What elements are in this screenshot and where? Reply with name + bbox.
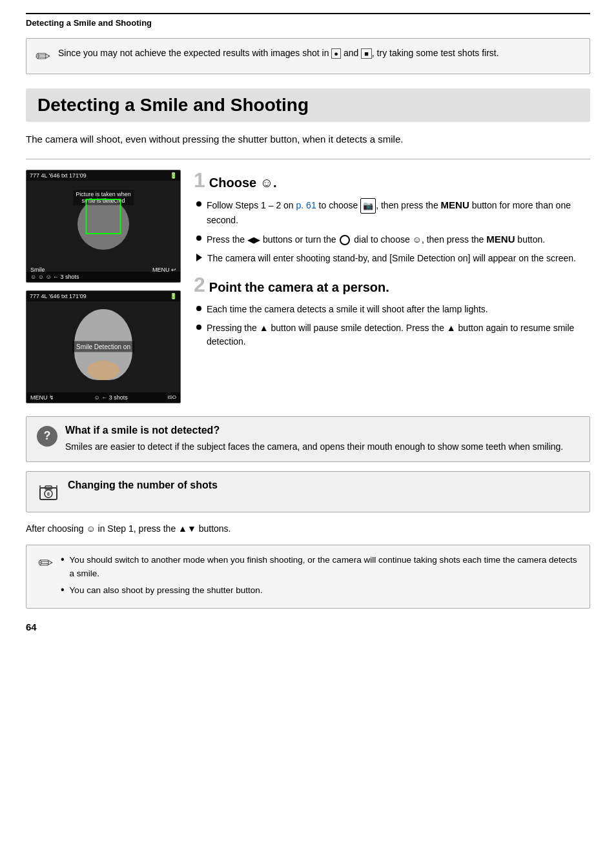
step-2-bullet-1-text: Each time the camera detects a smile it … [207, 303, 488, 316]
screen-battery-2: 🔋 [170, 293, 177, 299]
after-text: After choosing ☺ in Step 1, press the ▲▼… [26, 521, 590, 536]
images-column: 777 4L '646 txt 171'09 🔋 Picture is take… [26, 170, 181, 403]
screen-bottom-right-2: ☺ ← 3 shots [94, 394, 128, 401]
step-1-bullet-2-text: Press the ◀▶ buttons or turn the dial to… [207, 232, 545, 247]
step-1-bullet-3: The camera will enter shooting stand-by,… [196, 252, 590, 265]
camera-screen-2: 777 4L '646 txt 171'09 🔋 Smile Detection… [26, 290, 181, 403]
screen-bottom-left-2: MENU ↯ [30, 394, 54, 401]
screen-content-1: Picture is taken whensmile is detected [26, 185, 180, 264]
page-title-text: Detecting a Smile and Shooting [37, 95, 309, 115]
info-box-title: What if a smile is not detected? [65, 425, 563, 436]
note-text-top: Since you may not achieve the expected r… [58, 46, 499, 60]
intro-text: The camera will shoot, even without pres… [26, 132, 590, 147]
step-1-bullet-1-text: Follow Steps 1 – 2 on p. 61 to choose 📷,… [207, 198, 590, 227]
note-bullet-1-text: You should switch to another mode when y… [70, 553, 578, 581]
bullet-circle-icon-2 [196, 236, 201, 241]
screen-top-bar-1: 777 4L '646 txt 171'09 🔋 [26, 170, 180, 181]
screen-bottom-bar-2: MENU ↯ ☺ ← 3 shots ISO [26, 392, 180, 403]
step-2-number: 2 [194, 274, 205, 295]
bullet-circle-icon-4 [196, 325, 201, 330]
step-2-bullet-2-text: Pressing the ▲ button will pause smile d… [207, 321, 590, 348]
step-2-header: 2 Point the camera at a person. [194, 274, 590, 295]
step-1-number: 1 [194, 170, 205, 190]
step-1-title: Choose ☺. [209, 176, 277, 190]
shots-svg-icon: 8 [37, 481, 59, 503]
step-2-bullet-2: Pressing the ▲ button will pause smile d… [196, 321, 590, 348]
screen-bottom-bar-1: ☺ ☺ ☺ ← 3 shots [26, 272, 180, 282]
note-bullets: • You should switch to another mode when… [61, 553, 578, 600]
changing-box: 8 Changing the number of shots [26, 471, 590, 512]
steps-column: 1 Choose ☺. Follow Steps 1 – 2 on p. 61 … [194, 170, 590, 403]
screen-top-info-2: 777 4L '646 txt 171'09 [30, 293, 87, 299]
note-bullet-2: • You can also shoot by pressing the shu… [61, 583, 578, 598]
step-1-bullet-3-text: The camera will enter shooting stand-by,… [207, 252, 576, 265]
screen-iso: ISO [167, 394, 176, 400]
bullet-circle-icon [196, 201, 201, 207]
screen-detection-label: Smile Detection on [72, 341, 134, 352]
note-box-top: ✏ Since you may not achieve the expected… [26, 38, 590, 74]
step-2-bullet-1: Each time the camera detects a smile it … [196, 303, 590, 316]
step-1-header: 1 Choose ☺. [194, 170, 590, 190]
info-box-smile: ? What if a smile is not detected? Smile… [26, 416, 590, 462]
page-section-label: Detecting a Smile and Shooting [26, 13, 590, 28]
pencil-icon: ✏ [36, 48, 50, 66]
note-box-bottom: ✏ • You should switch to another mode wh… [26, 545, 590, 609]
screen-top-info-1: 777 4L '646 txt 171'09 [30, 172, 87, 179]
changing-title: Changing the number of shots [68, 479, 218, 491]
step-1-container: 1 Choose ☺. Follow Steps 1 – 2 on p. 61 … [194, 170, 590, 266]
step-2-bullets: Each time the camera detects a smile it … [194, 303, 590, 348]
question-icon: ? [37, 426, 57, 447]
screen-top-bar-2: 777 4L '646 txt 171'09 🔋 [26, 291, 180, 301]
page-number: 64 [26, 621, 590, 632]
screen-bottom-icons-1: ☺ ☺ ☺ ← 3 shots [30, 274, 79, 280]
triangle-icon [196, 254, 202, 261]
svg-text:8: 8 [47, 492, 50, 496]
pencil-icon-2: ✏ [38, 554, 53, 572]
changing-box-content: Changing the number of shots [68, 479, 218, 491]
shots-icon: 8 [37, 481, 60, 504]
step-1-bullets: Follow Steps 1 – 2 on p. 61 to choose 📷,… [194, 198, 590, 266]
step-1-bullet-1: Follow Steps 1 – 2 on p. 61 to choose 📷,… [196, 198, 590, 227]
page-title: Detecting a Smile and Shooting [26, 88, 590, 122]
info-box-body: Smiles are easier to detect if the subje… [65, 440, 563, 454]
note-bullet-2-text: You can also shoot by pressing the shutt… [70, 583, 263, 598]
screen-battery-1: 🔋 [170, 172, 177, 179]
main-section: 777 4L '646 txt 171'09 🔋 Picture is take… [26, 159, 590, 403]
info-box-content: What if a smile is not detected? Smiles … [65, 425, 563, 454]
section-label-text: Detecting a Smile and Shooting [26, 18, 152, 28]
note-bullet-1: • You should switch to another mode when… [61, 553, 578, 581]
step-1-bullet-2: Press the ◀▶ buttons or turn the dial to… [196, 232, 590, 247]
step-2-container: 2 Point the camera at a person. Each tim… [194, 274, 590, 348]
step-2-title: Point the camera at a person. [209, 280, 389, 295]
bullet-circle-icon-3 [196, 306, 201, 311]
note-bullet-dot-1: • [61, 553, 65, 565]
note-bullet-dot-2: • [61, 583, 65, 596]
camera-screen-1: 777 4L '646 txt 171'09 🔋 Picture is take… [26, 170, 181, 283]
